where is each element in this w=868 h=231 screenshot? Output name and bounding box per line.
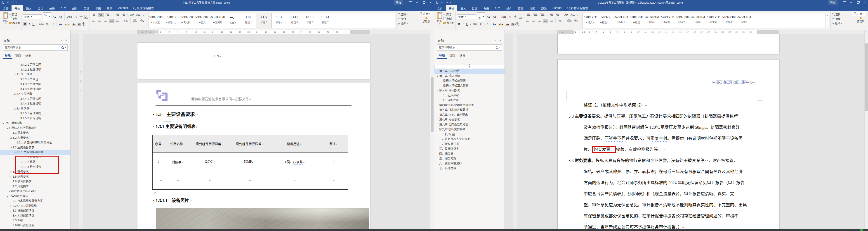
- style-cell[interactable]: AaBbCcDdChar2...: [675, 13, 690, 28]
- line-spacing-button[interactable]: ⇕≡▾: [557, 19, 563, 23]
- table-cell[interactable]: ↵: [270, 171, 319, 190]
- table-cell[interactable]: 压裂、压驱井↵: [270, 152, 319, 171]
- multilevel-list-button[interactable]: ▾: [539, 13, 546, 17]
- close-icon[interactable]: ✕: [499, 39, 501, 42]
- nav-tree-item[interactable]: 五、服务方案: [434, 156, 504, 161]
- nav-tree-item[interactable]: 3.4.5.1 劳动合同: [0, 111, 70, 116]
- nav-tree-item[interactable]: 3.6 银行资信证明: [0, 223, 70, 228]
- style-cell[interactable]: 一、标题 1: [225, 13, 241, 28]
- align-left-button[interactable]: [525, 19, 530, 23]
- nav-tree-item[interactable]: 六、资格审查资料: [434, 161, 504, 166]
- shrink-font-button[interactable]: A▾: [492, 15, 497, 19]
- justify-button[interactable]: [543, 19, 548, 23]
- chevron-down-icon[interactable]: ▾: [499, 47, 500, 49]
- bullet-list-button[interactable]: ▾: [525, 13, 531, 17]
- signin-button[interactable]: 登录: [828, 0, 837, 5]
- nav-tab[interactable]: 标题: [437, 52, 447, 59]
- ribbon-tab-Acrobat[interactable]: Acrobat: [115, 5, 131, 11]
- ribbon-tab-邮件[interactable]: 邮件: [69, 5, 81, 11]
- style-cell[interactable]: AaBbCcDd↵Body T...: [614, 13, 629, 28]
- font-size-select[interactable]: 小三▾: [43, 12, 51, 21]
- ribbon-tab-设计[interactable]: 设计: [35, 5, 46, 11]
- nav-tree-item[interactable]: ◢3.4.4 倪建海: [0, 92, 70, 96]
- restore-button[interactable]: [421, 0, 427, 5]
- ribbon-tab-审阅[interactable]: 审阅: [81, 5, 92, 11]
- paste-button[interactable]: 粘贴 ▾: [436, 12, 443, 25]
- equipment-photo[interactable]: [156, 208, 369, 229]
- collapse-icon[interactable]: ◢: [13, 106, 17, 111]
- style-cell[interactable]: AaBbC(↵标题一、: [598, 13, 614, 28]
- ribbon-tab-文件[interactable]: 文件: [0, 5, 11, 11]
- style-cell[interactable]: AaBbCcDd↵纯文本: [583, 13, 598, 28]
- style-cell[interactable]: AaBbCcDdE↵正文: [195, 13, 210, 28]
- collapse-icon[interactable]: ◢: [5, 194, 9, 199]
- document-area[interactable]: L 1 123456789101112131415161718192021222…: [505, 30, 868, 229]
- find-button[interactable]: 查找▾: [832, 12, 851, 16]
- style-cell[interactable]: AaBbCcDdChar: [644, 13, 659, 28]
- align-center-button[interactable]: [97, 19, 102, 23]
- nav-search-input[interactable]: [438, 46, 494, 49]
- table-cell[interactable]: 50MPa↵: [230, 152, 270, 171]
- nav-tree-item[interactable]: 3.4.2.1 劳动合同: [0, 62, 70, 67]
- taskbar[interactable]: [0, 229, 868, 231]
- show-marks-button[interactable]: ⤶: [577, 13, 580, 17]
- shading-button[interactable]: ▾: [132, 19, 138, 23]
- change-case-button[interactable]: Aa▾: [500, 15, 507, 19]
- nav-tree-item[interactable]: 1.1 基本要求: [0, 131, 70, 136]
- ribbon-tab-布局[interactable]: 布局: [46, 5, 58, 11]
- document-page[interactable]: 中国石油辽河油田招标中心↵ 格证书。（招标文件中附承诺书）↵3.3 主要设备要求…: [557, 59, 779, 229]
- style-cell[interactable]: 1.1.1.1标题 7: [318, 13, 333, 28]
- nav-tree-item[interactable]: 3.4.3.1 毕业证: [0, 77, 70, 82]
- paste-button[interactable]: 粘贴 ▾: [1, 12, 9, 25]
- nav-tree-item[interactable]: 3.1 技术措施及服务方案: [0, 199, 70, 204]
- expand-icon[interactable]: ▷: [9, 204, 13, 209]
- nav-tree-item[interactable]: ▷3.3 设备配置情况: [0, 208, 70, 213]
- text-effects-button[interactable]: A▾: [58, 22, 63, 26]
- align-right-button[interactable]: [537, 19, 542, 23]
- distribute-button[interactable]: [115, 19, 120, 23]
- superscript-button[interactable]: x2: [484, 22, 489, 26]
- nav-tree-item[interactable]: 3.4.3.3 社保证明: [0, 87, 70, 92]
- collapse-icon[interactable]: ◢: [1, 121, 5, 126]
- ribbon-tab-引用[interactable]: 引用: [58, 5, 69, 11]
- bold-button[interactable]: B: [23, 22, 27, 26]
- nav-tree-item[interactable]: ◢3.4.5 李冬: [0, 106, 70, 111]
- increase-indent-button[interactable]: [121, 13, 126, 17]
- styles-gallery-scroll[interactable]: ▲▼▼: [391, 13, 395, 28]
- nav-tree-item[interactable]: 三、投标保证金: [434, 147, 504, 152]
- collapse-icon[interactable]: ◢: [436, 74, 439, 79]
- character-border-button[interactable]: A: [85, 15, 88, 19]
- align-center-button[interactable]: [531, 19, 536, 23]
- table-cell[interactable]: ↵: [190, 171, 230, 190]
- search-icon[interactable]: [61, 47, 64, 49]
- nav-tree-item[interactable]: ▷1.5 信誉要求: [0, 174, 70, 179]
- ribbon-tab-帮助[interactable]: 帮助: [538, 5, 550, 11]
- nav-tree-item[interactable]: ◢3.4.3 王世显: [0, 72, 70, 77]
- ribbon-tab-视图[interactable]: 视图: [92, 5, 104, 11]
- scroll-thumb[interactable]: [865, 44, 868, 111]
- style-cell[interactable]: AaBbCcDd↵标题: [629, 13, 644, 28]
- ribbon-tab-插入[interactable]: 插入: [457, 5, 469, 11]
- redo-icon[interactable]: ↻: [445, 1, 448, 4]
- align-left-button[interactable]: [91, 19, 96, 23]
- table-cell[interactable]: 120℃↵: [190, 152, 230, 171]
- nav-tree-item[interactable]: 3.4 人员配置情况: [0, 213, 70, 218]
- style-cell[interactable]: AaBbCcDdChar C...: [659, 13, 675, 28]
- undo-icon[interactable]: ↺: [441, 1, 443, 4]
- text-effects-button[interactable]: A▾: [492, 22, 497, 26]
- document-page-previous[interactable]: 159↵: [137, 42, 370, 79]
- ribbon-tab-视图[interactable]: 视图: [526, 5, 538, 11]
- bullet-list-button[interactable]: ▾: [91, 13, 97, 17]
- find-button[interactable]: 查找▾: [398, 12, 417, 16]
- nav-tree-item[interactable]: 二、法定代表人身份证明: [434, 137, 504, 142]
- font-color-button[interactable]: A▾: [71, 22, 76, 26]
- style-cell[interactable]: AaBbC(↵标题一、: [164, 13, 179, 28]
- highlight-color-button[interactable]: ab▾: [64, 22, 70, 26]
- equipment-table[interactable]: 序号↵设备名称↵密封组件承受温度↵密封组件承受压差↵设备用途↵备注↵1↵封隔器↵…: [152, 135, 348, 190]
- nav-tab[interactable]: 结果: [24, 53, 33, 59]
- increase-indent-button[interactable]: [555, 13, 560, 17]
- minimize-button[interactable]: [414, 0, 421, 5]
- nav-tree-item[interactable]: ◢七、 其他材料: [0, 121, 70, 126]
- save-icon[interactable]: [2, 1, 5, 4]
- qat-menu-icon[interactable]: ▾: [16, 2, 17, 3]
